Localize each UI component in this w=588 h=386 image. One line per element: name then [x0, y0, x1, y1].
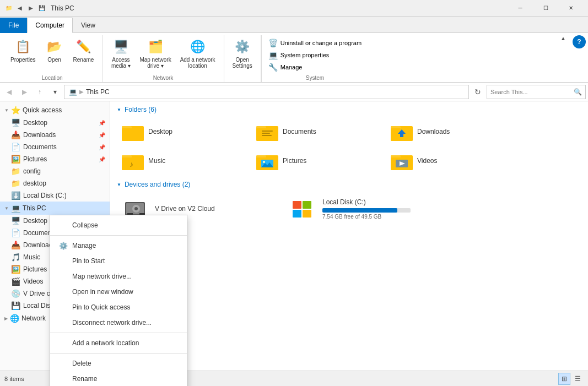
map-network-icon: 🗂️: [147, 38, 164, 56]
system-properties-button[interactable]: 💻 System properties: [266, 50, 364, 61]
music-pc-icon: 🎵: [11, 253, 20, 262]
ctx-collapse[interactable]: Collapse: [50, 218, 187, 233]
config-label: config: [23, 167, 105, 175]
search-box: 🔍: [487, 85, 586, 99]
address-bar: ◀ ▶ ↑ ▾ 💻 ▶ This PC ↻ 🔍: [0, 83, 588, 101]
documents-folder-icon: [256, 122, 278, 141]
sidebar-item-documents[interactable]: 📄 Documents 📌: [0, 141, 110, 153]
ctx-manage-icon: ⚙️: [59, 241, 68, 250]
open-settings-label: OpenSettings: [233, 57, 252, 69]
downloads-sidebar-label: Downloads: [23, 131, 95, 139]
ctx-disconnect[interactable]: Disconnect network drive...: [50, 315, 187, 330]
up-button[interactable]: ↑: [33, 85, 46, 99]
ctx-pin-quick[interactable]: Pin to Quick access: [50, 300, 187, 315]
search-icon[interactable]: 🔍: [574, 88, 582, 96]
sidebar-item-config[interactable]: 📁 config: [0, 165, 110, 177]
cdrive-icon: [290, 198, 317, 220]
svg-rect-37: [303, 210, 311, 218]
ctx-collapse-label: Collapse: [72, 221, 98, 229]
add-network-location-button[interactable]: 🌐 Add a networklocation: [176, 35, 219, 72]
folder-item-videos[interactable]: Videos: [386, 147, 518, 174]
drive-item-cdrive[interactable]: Local Disk (C:) 7.54 GB free of 49.5 GB: [284, 193, 450, 225]
manage-button[interactable]: 🔧 Manage: [266, 62, 364, 73]
sidebar-section-this-pc[interactable]: ▼ 💻 This PC: [0, 202, 110, 215]
cdrive-bar-bg: [322, 208, 411, 213]
desktop-folder-icon: [122, 122, 144, 141]
refresh-button[interactable]: ↻: [471, 85, 484, 99]
ctx-manage-label: Manage: [72, 242, 96, 249]
ctx-rename-label: Rename: [72, 375, 97, 383]
ctx-open-new[interactable]: Open in new window: [50, 284, 187, 300]
svg-point-22: [263, 161, 265, 163]
ctx-rename[interactable]: Rename: [50, 371, 187, 386]
folder-item-music[interactable]: ♪ Music: [117, 147, 249, 174]
ctx-add-network[interactable]: Add a network location: [50, 335, 187, 351]
window-controls[interactable]: ─ ☐ ✕: [508, 0, 584, 17]
tab-computer[interactable]: Computer: [27, 18, 73, 33]
ribbon-group-location: 📋 Properties 📂 Open ✏️ Rename Location: [2, 35, 103, 82]
rename-button[interactable]: ✏️ Rename: [69, 35, 98, 66]
large-icons-view-button[interactable]: ⊞: [558, 373, 570, 385]
rename-icon: ✏️: [74, 38, 92, 56]
ctx-map-drive[interactable]: Map network drive...: [50, 269, 187, 284]
sidebar-section-quick-access[interactable]: ▼ ⭐ Quick access: [0, 104, 110, 117]
desktop-pc-icon: 🖥️: [11, 216, 20, 225]
minimize-button[interactable]: ─: [508, 0, 533, 17]
back-button[interactable]: ◀: [2, 85, 15, 99]
devices-section-header[interactable]: ▼ Devices and drives (2): [117, 181, 581, 188]
folder-item-documents[interactable]: Documents: [251, 118, 384, 145]
manage-icon: 🔧: [268, 63, 277, 72]
ctx-manage[interactable]: ⚙️ Manage: [50, 238, 187, 253]
svg-rect-6: [262, 131, 273, 132]
ribbon-group-settings: ⚙️ OpenSettings: [224, 35, 261, 82]
properties-button[interactable]: 📋 Properties: [7, 35, 40, 66]
documents-pc-icon: 📄: [11, 229, 20, 237]
sidebar-item-desktop2[interactable]: 📁 desktop: [0, 177, 110, 189]
videos-pc-icon: 🎬: [11, 277, 20, 286]
tab-file[interactable]: File: [0, 18, 27, 33]
open-button[interactable]: 📂 Open: [41, 35, 68, 66]
uninstall-button[interactable]: 🗑️ Uninstall or change a program: [266, 37, 364, 48]
ctx-pin-start[interactable]: Pin to Start: [50, 253, 187, 269]
svg-rect-34: [293, 201, 301, 209]
open-settings-button[interactable]: ⚙️ OpenSettings: [229, 35, 256, 72]
ctx-rename-icon: [59, 374, 68, 383]
music-folder-label: Music: [148, 157, 165, 165]
window-title: This PC: [51, 4, 508, 12]
settings-icon: ⚙️: [234, 38, 251, 56]
folder-item-desktop[interactable]: Desktop: [117, 118, 249, 145]
tab-view[interactable]: View: [73, 18, 104, 33]
breadcrumb-label: This PC: [86, 88, 110, 96]
desktop-folder-label: Desktop: [148, 128, 172, 135]
access-media-button[interactable]: 🖥️ Accessmedia ▾: [107, 35, 134, 72]
properties-label: Properties: [10, 57, 36, 63]
ribbon-collapse-button[interactable]: ▲: [560, 35, 566, 41]
rename-label: Rename: [73, 57, 94, 63]
breadcrumb-icon: 💻: [69, 88, 77, 96]
svg-rect-7: [262, 133, 270, 134]
folder-item-downloads[interactable]: Downloads: [386, 118, 518, 145]
help-button[interactable]: ?: [573, 35, 586, 48]
maximize-button[interactable]: ☐: [533, 0, 558, 17]
sidebar-item-pictures[interactable]: 🖼️ Pictures 📌: [0, 153, 110, 165]
breadcrumb-item: 💻 ▶ This PC: [69, 88, 110, 96]
sidebar-item-downloads[interactable]: 📥 Downloads 📌: [0, 129, 110, 141]
map-network-button[interactable]: 🗂️ Map networkdrive ▾: [136, 35, 175, 72]
cdrive-bar-fill: [322, 208, 397, 213]
recent-locations-button[interactable]: ▾: [48, 85, 62, 99]
search-input[interactable]: [490, 89, 574, 95]
forward-icon: ▶: [26, 4, 35, 13]
forward-button[interactable]: ▶: [18, 85, 31, 99]
downloads-sidebar-icon: 📥: [11, 131, 20, 139]
vdrive-label: V Drive on V2 Cloud: [155, 205, 276, 213]
ctx-delete[interactable]: Delete: [50, 356, 187, 371]
close-button[interactable]: ✕: [558, 0, 584, 17]
folder-item-pictures[interactable]: Pictures: [251, 147, 384, 174]
cdrive-label: Local Disk (C:): [322, 198, 444, 206]
sidebar-item-desktop[interactable]: 🖥️ Desktop 📌: [0, 117, 110, 129]
folders-section-header[interactable]: ▼ Folders (6): [117, 106, 581, 113]
breadcrumb[interactable]: 💻 ▶ This PC: [64, 85, 469, 99]
cdrive-info: Local Disk (C:) 7.54 GB free of 49.5 GB: [322, 198, 444, 220]
sidebar-item-local-disk[interactable]: ⬇️ Local Disk (C:): [0, 189, 110, 202]
details-view-button[interactable]: ☰: [571, 373, 584, 385]
